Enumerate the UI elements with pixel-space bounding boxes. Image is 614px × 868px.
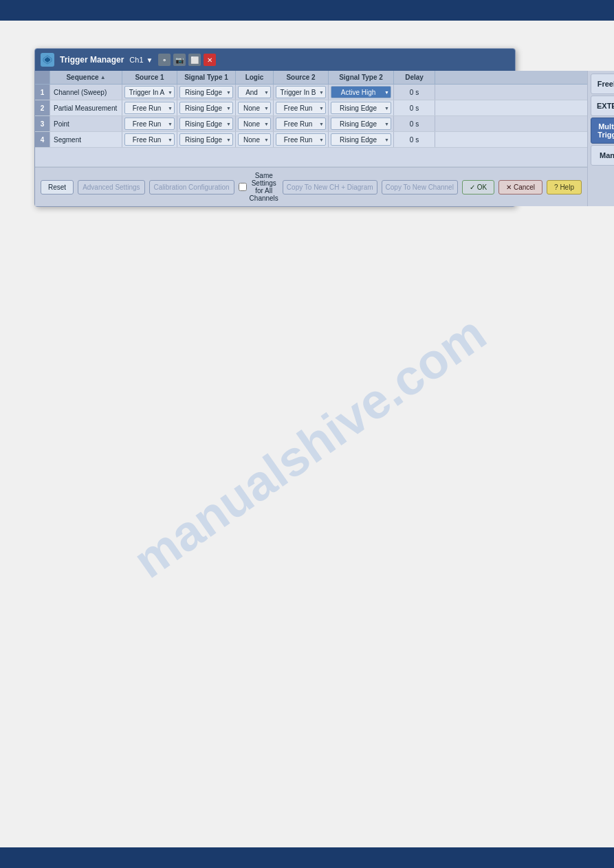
row1-sequence: Channel (Sweep) [50,85,122,100]
copy-ch-diagram-button[interactable]: Copy To New CH + Diagram [283,180,377,194]
row4-sequence: Segment [50,132,122,147]
row4-signaltype1[interactable]: Rising Edge ▼ [177,132,236,147]
trigger-manager-dialog: Trigger Manager Ch1 ▼ ⚬ 📷 ⬜ ✕ Sequence [34,48,516,207]
row3-source1[interactable]: Free Run ▼ [122,116,177,131]
sidebar: FreeRun 🔧 EXTERNAL 🔧 Multiple Triggers 🔧… [587,71,614,206]
empty-row-area [35,148,587,167]
row1-num: 1 [35,85,50,100]
ok-button[interactable]: ✓ OK [462,180,494,194]
sidebar-multiple-triggers-btn[interactable]: Multiple Triggers 🔧 [591,118,614,144]
row1-logic[interactable]: And ▼ [236,85,274,100]
advanced-settings-button[interactable]: Advanced Settings [78,180,144,194]
table-header: Sequence ▲ Source 1 Signal Type 1 Logic … [35,71,587,85]
table-row: 3 Point Free Run ▼ Rising Edge ▼ [35,116,587,132]
reset-button[interactable]: Reset [41,180,74,194]
channel-dropdown-arrow: ▼ [146,56,153,64]
row3-delay: 0 s [394,116,435,131]
row1-delay: 0 s [394,85,435,100]
row2-source1[interactable]: Free Run ▼ [122,100,177,115]
row4-source2[interactable]: Free Run ▼ [274,132,329,147]
trigger-table: Sequence ▲ Source 1 Signal Type 1 Logic … [35,71,587,206]
camera-btn[interactable]: 📷 [173,54,186,66]
row2-delay: 0 s [394,100,435,115]
sidebar-freerun-btn[interactable]: FreeRun 🔧 [591,74,614,94]
calibration-config-button[interactable]: Calibration Configuration [149,180,234,194]
table-row: 2 Partial Measurement Free Run ▼ Rising … [35,100,587,116]
cancel-button[interactable]: ✕ Cancel [498,180,542,194]
top-bar [0,0,614,21]
help-button[interactable]: ? Help [547,180,582,194]
app-logo [41,53,54,67]
title-controls: ⚬ 📷 ⬜ ✕ [158,54,216,66]
row3-source2[interactable]: Free Run ▼ [274,116,329,131]
col-num [35,71,50,84]
row4-logic[interactable]: None ▼ [236,132,274,147]
row2-num: 2 [35,100,50,115]
col-logic: Logic [236,71,274,84]
row1-source1[interactable]: Trigger In A ▼ [122,85,177,100]
row4-source1[interactable]: Free Run ▼ [122,132,177,147]
row3-signaltype2[interactable]: Rising Edge ▼ [329,116,394,131]
row3-signaltype1[interactable]: Rising Edge ▼ [177,116,236,131]
row2-signaltype2[interactable]: Rising Edge ▼ [329,100,394,115]
row3-logic[interactable]: None ▼ [236,116,274,131]
ok-checkmark-icon: ✓ [470,183,477,191]
bottom-bar [0,847,614,868]
sort-icon: ▲ [100,74,106,80]
col-source2: Source 2 [274,71,329,84]
sidebar-external-btn[interactable]: EXTERNAL 🔧 [591,96,614,116]
col-signaltype1: Signal Type 1 [177,71,236,84]
watermark: manualshive.com [69,241,550,653]
table-row: 1 Channel (Sweep) Trigger In A ▼ Rising … [35,85,587,100]
copy-new-channel-button[interactable]: Copy To New Channel [382,180,458,194]
row1-signaltype2[interactable]: Active High ▼ [329,85,394,100]
channel-label: Ch1 [129,56,143,64]
row3-num: 3 [35,116,50,131]
row2-source2[interactable]: Free Run ▼ [274,100,329,115]
table-row: 4 Segment Free Run ▼ Rising Edge ▼ [35,132,587,148]
col-source1: Source 1 [122,71,177,84]
col-sequence: Sequence ▲ [50,71,122,84]
row4-signaltype2[interactable]: Rising Edge ▼ [329,132,394,147]
channel-select[interactable]: Ch1 ▼ [129,56,153,64]
row4-delay: 0 s [394,132,435,147]
same-settings-checkbox-wrap[interactable]: Same Settings for All Channels [239,172,278,202]
dialog-footer: Reset Advanced Settings Calibration Conf… [35,167,587,206]
dialog-title: Trigger Manager [60,55,124,65]
row2-logic[interactable]: None ▼ [236,100,274,115]
row4-num: 4 [35,132,50,147]
row2-signaltype1[interactable]: Rising Edge ▼ [177,100,236,115]
row2-sequence: Partial Measurement [50,100,122,115]
col-delay: Delay [394,71,435,84]
minimize-btn[interactable]: ⬜ [188,54,201,66]
dialog-body: Sequence ▲ Source 1 Signal Type 1 Logic … [35,71,515,206]
sidebar-manual-btn[interactable]: Manual 🔧 [591,145,614,166]
dialog-titlebar: Trigger Manager Ch1 ▼ ⚬ 📷 ⬜ ✕ [35,49,515,71]
row1-source2[interactable]: Trigger In B ▼ [274,85,329,100]
toggle-btn[interactable]: ⚬ [158,54,171,66]
cancel-x-icon: ✕ [506,183,514,191]
row3-sequence: Point [50,116,122,131]
same-settings-label: Same Settings for All Channels [250,172,278,202]
same-settings-checkbox[interactable] [239,183,247,191]
col-signaltype2: Signal Type 2 [329,71,394,84]
close-btn[interactable]: ✕ [204,54,216,66]
row1-signaltype1[interactable]: Rising Edge ▼ [177,85,236,100]
